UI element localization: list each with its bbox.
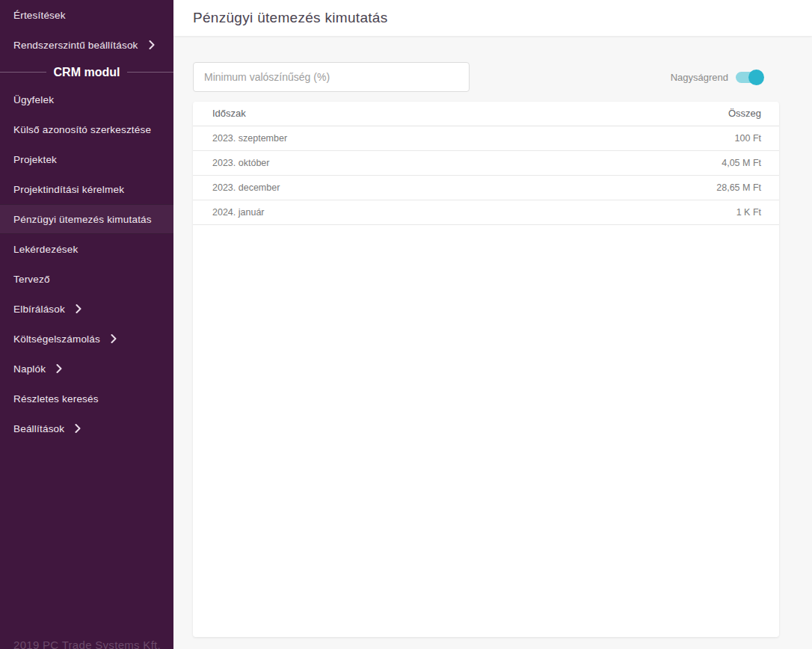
sidebar-item-projektinditasi-kerelmek[interactable]: Projektindítási kérelmek — [0, 174, 173, 204]
magnitude-toggle-label: Nagyságrend — [671, 72, 728, 83]
sidebar-item-label: Költségelszámolás — [13, 333, 100, 345]
sidebar-item-label: Részletes keresés — [13, 393, 99, 405]
amount-cell: 28,65 M Ft — [532, 175, 779, 200]
amount-cell: 100 Ft — [532, 126, 779, 150]
period-cell: 2023. szeptember — [193, 126, 532, 150]
period-cell: 2024. január — [193, 200, 532, 224]
sidebar-item-rendszerszintu-beallitasok[interactable]: Rendszerszintű beállítások — [0, 30, 173, 60]
column-header-period: Időszak — [193, 102, 532, 126]
sidebar-item-label: Tervező — [13, 274, 50, 285]
amount-cell: 1 K Ft — [532, 200, 779, 224]
sidebar-item-reszletes-kereses[interactable]: Részletes keresés — [0, 384, 173, 413]
chevron-right-icon — [56, 364, 62, 373]
magnitude-toggle[interactable] — [736, 72, 763, 83]
sidebar-item-label: Értesítések — [13, 10, 66, 21]
report-card: Időszak Összeg 2023. szeptember 100 Ft 2… — [193, 102, 779, 637]
chevron-right-icon — [149, 40, 155, 49]
column-header-amount: Összeg — [532, 102, 779, 126]
report-table: Időszak Összeg 2023. szeptember 100 Ft 2… — [193, 102, 779, 225]
sidebar-item-label: Naplók — [13, 363, 46, 375]
chevron-right-icon — [76, 304, 81, 313]
sidebar-item-elbiralasok[interactable]: Elbírálások — [0, 294, 173, 324]
table-row: 2023. december 28,65 M Ft — [193, 175, 779, 200]
sidebar-item-label: Rendszerszintű beállítások — [13, 40, 138, 51]
sidebar-item-ertesitesek[interactable]: Értesítések — [0, 0, 173, 30]
page-title: Pénzügyi ütemezés kimutatás — [193, 10, 388, 26]
minimum-probability-input[interactable] — [193, 62, 470, 92]
table-row: 2023. szeptember 100 Ft — [193, 126, 779, 150]
amount-cell: 4,05 M Ft — [532, 150, 779, 175]
sidebar-item-label: Projektindítási kérelmek — [13, 184, 124, 195]
app-window: Értesítések Rendszerszintű beállítások C… — [0, 0, 812, 649]
period-cell: 2023. december — [193, 175, 532, 200]
content-area: Nagyságrend Időszak Összeg — [173, 36, 812, 637]
sidebar-section-label: CRM modul — [54, 66, 120, 79]
table-row: 2024. január 1 K Ft — [193, 200, 779, 224]
filter-row: Nagyságrend — [193, 62, 779, 92]
sidebar-item-kulso-azonosito-szerkesztese[interactable]: Külső azonosító szerkesztése — [0, 114, 173, 144]
sidebar-item-lekerdezesek[interactable]: Lekérdezések — [0, 234, 173, 264]
sidebar-item-label: Projektek — [13, 154, 57, 165]
period-cell: 2023. október — [193, 150, 532, 175]
sidebar-nav: Értesítések Rendszerszintű beállítások C… — [0, 0, 173, 443]
sidebar-item-label: Külső azonosító szerkesztése — [13, 124, 151, 135]
topbar: Pénzügyi ütemezés kimutatás — [173, 0, 812, 36]
chevron-right-icon — [111, 334, 117, 343]
sidebar-item-label: Beállítások — [13, 423, 64, 434]
sidebar-item-naplok[interactable]: Naplók — [0, 354, 173, 384]
sidebar-item-projektek[interactable]: Projektek — [0, 144, 173, 174]
sidebar-item-label: Pénzügyi ütemezés kimutatás — [13, 214, 152, 225]
sidebar-item-label: Lekérdezések — [13, 244, 78, 255]
sidebar-item-penzugyi-utemezes-kimutatas[interactable]: Pénzügyi ütemezés kimutatás — [0, 204, 173, 234]
toggle-knob — [748, 70, 764, 85]
sidebar-item-label: Elbírálások — [13, 304, 65, 315]
sidebar-item-ugyfelek[interactable]: Ügyfelek — [0, 84, 173, 114]
table-header-row: Időszak Összeg — [193, 102, 779, 126]
main-area: Pénzügyi ütemezés kimutatás Nagyságrend … — [173, 0, 812, 649]
sidebar-section-header: CRM modul — [0, 60, 173, 84]
magnitude-toggle-group: Nagyságrend — [671, 72, 763, 83]
sidebar-item-tervezo[interactable]: Tervező — [0, 264, 173, 294]
sidebar-item-koltsegelszamolas[interactable]: Költségelszámolás — [0, 324, 173, 354]
sidebar-item-label: Ügyfelek — [13, 94, 54, 105]
chevron-right-icon — [75, 424, 81, 433]
sidebar-footer-copyright: 2019 PC Trade Systems Kft. — [13, 639, 161, 649]
sidebar-item-beallitasok[interactable]: Beállítások — [0, 413, 173, 443]
sidebar: Értesítések Rendszerszintű beállítások C… — [0, 0, 173, 649]
table-row: 2023. október 4,05 M Ft — [193, 150, 779, 175]
